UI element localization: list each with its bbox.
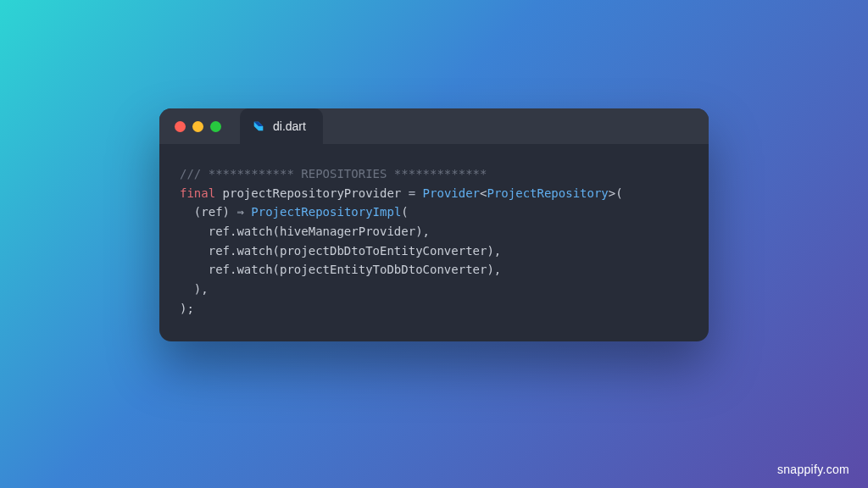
code-line: ref.watch(hiveManagerProvider), bbox=[180, 222, 688, 241]
code-token: Provider bbox=[423, 186, 480, 200]
code-token: >( bbox=[609, 186, 623, 200]
dart-icon bbox=[252, 119, 265, 133]
code-token: projectRepositoryProvider bbox=[215, 186, 409, 200]
code-token: ref.watch(hiveManagerProvider), bbox=[180, 225, 430, 238]
code-token: ProjectRepositoryImpl bbox=[251, 205, 401, 219]
code-line: ); bbox=[180, 299, 688, 319]
maximize-icon[interactable] bbox=[210, 121, 221, 132]
minimize-icon[interactable] bbox=[192, 121, 203, 132]
tab-file[interactable]: di.dart bbox=[240, 108, 323, 144]
code-line: ), bbox=[180, 280, 688, 299]
code-token: ref.watch(projectDbDtoToEntityConverter)… bbox=[180, 244, 501, 258]
code-line: /// ************ REPOSITORIES **********… bbox=[180, 164, 688, 184]
code-line: (ref) ⇒ ProjectRepositoryImpl( bbox=[180, 202, 688, 222]
close-icon[interactable] bbox=[175, 121, 186, 132]
code-token: ), bbox=[180, 282, 209, 296]
code-content: /// ************ REPOSITORIES **********… bbox=[159, 144, 709, 341]
tab-filename: di.dart bbox=[273, 119, 306, 133]
code-token: = bbox=[409, 186, 415, 200]
code-line: ref.watch(projectDbDtoToEntityConverter)… bbox=[180, 241, 688, 261]
traffic-lights bbox=[175, 121, 221, 132]
code-token: /// ************ REPOSITORIES **********… bbox=[180, 167, 487, 180]
titlebar: di.dart bbox=[159, 108, 709, 144]
attribution-label: snappify.com bbox=[777, 463, 849, 476]
code-token: (ref) bbox=[180, 205, 236, 219]
code-token: final bbox=[180, 186, 215, 200]
code-token: ProjectRepository bbox=[487, 186, 608, 200]
code-token: ref.watch(projectEntityToDbDtoConverter)… bbox=[180, 263, 501, 276]
code-token bbox=[415, 186, 422, 200]
code-editor-window: di.dart /// ************ REPOSITORIES **… bbox=[159, 108, 709, 341]
code-line: ref.watch(projectEntityToDbDtoConverter)… bbox=[180, 260, 688, 280]
code-line: final projectRepositoryProvider = Provid… bbox=[180, 184, 688, 203]
code-token: ); bbox=[180, 302, 194, 315]
code-token: ⇒ bbox=[236, 205, 243, 219]
code-token: ( bbox=[401, 205, 408, 219]
